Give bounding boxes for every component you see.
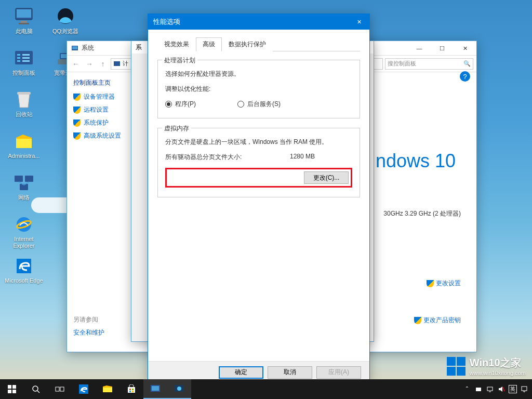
maximize-button[interactable]: ☐ <box>431 41 454 56</box>
svg-rect-30 <box>8 390 11 393</box>
watermark-text: Win10之家 <box>470 356 526 370</box>
taskbar-app-1[interactable] <box>143 379 167 399</box>
tab-visual-effects[interactable]: 视觉效果 <box>157 37 196 51</box>
desktop-icon-recycle-bin[interactable]: 回收站 <box>4 87 44 128</box>
radio-icon <box>165 101 172 108</box>
icon-label: Internet Explorer <box>4 236 44 249</box>
svg-rect-29 <box>12 385 16 389</box>
svg-point-21 <box>67 11 71 15</box>
icon-label: 网络 <box>18 194 30 201</box>
svg-rect-8 <box>22 54 30 56</box>
windows10-logo: ndows 10 <box>376 150 456 172</box>
vmem-size-value: 1280 MB <box>290 153 352 162</box>
windows-logo-icon <box>447 357 466 376</box>
radio-background-services[interactable]: 后台服务(S) <box>237 100 281 109</box>
back-button[interactable]: ← <box>70 58 82 70</box>
icon-label: 此电脑 <box>16 28 33 35</box>
sidebar-link-device-manager[interactable]: 设备管理器 <box>73 92 139 101</box>
up-button[interactable]: ↑ <box>97 58 109 70</box>
optimize-label: 调整以优化性能: <box>165 85 352 94</box>
icon-label: 控制面板 <box>12 70 35 76</box>
svg-line-33 <box>37 391 39 393</box>
svg-rect-7 <box>17 60 20 62</box>
svg-rect-47 <box>476 388 481 391</box>
close-button[interactable]: ✕ <box>454 41 476 56</box>
tray-network-icon[interactable] <box>484 379 496 399</box>
perf-tabs: 视觉效果 高级 数据执行保护 <box>157 37 360 51</box>
start-button[interactable] <box>0 379 24 399</box>
cpu-info: 30GHz 3.29 GHz (2 处理器) <box>383 209 461 218</box>
taskbar-store[interactable] <box>119 379 143 399</box>
svg-rect-9 <box>22 57 30 59</box>
sidebar-link-advanced[interactable]: 高级系统设置 <box>73 131 139 140</box>
svg-rect-13 <box>25 176 33 182</box>
shield-icon <box>427 280 434 287</box>
change-product-key-link[interactable]: 更改产品密钥 <box>414 316 461 325</box>
see-also-heading: 另请参阅 <box>73 315 104 324</box>
shield-icon <box>414 317 421 324</box>
cancel-button[interactable]: 取消 <box>268 366 312 379</box>
task-view-button[interactable] <box>48 379 72 399</box>
desktop-icon-administrator[interactable]: Administra... <box>4 129 44 169</box>
shield-icon <box>73 107 81 114</box>
desktop-icon-qq-browser[interactable]: QQ浏览器 <box>46 4 85 45</box>
system-title-text: 系统 <box>82 44 94 52</box>
change-button[interactable]: 更改(C)... <box>304 171 349 184</box>
props-title-text: 系 <box>136 43 142 52</box>
search-input[interactable]: 搜控制面板 🔍 <box>385 58 473 70</box>
performance-options-window: 性能选项 ✕ 视觉效果 高级 数据执行保护 处理器计划 选择如何分配处理器资源。… <box>148 14 370 383</box>
tray-notifications-icon[interactable] <box>518 379 530 399</box>
sidebar-link-remote[interactable]: 远程设置 <box>73 105 139 114</box>
sidebar-link-protection[interactable]: 系统保护 <box>73 118 139 127</box>
minimize-button[interactable]: — <box>408 41 431 56</box>
svg-rect-10 <box>22 60 30 62</box>
desktop-icon-network[interactable]: 网络 <box>4 170 44 211</box>
icon-label: 回收站 <box>16 111 33 118</box>
system-tray: ˆ 英 <box>461 379 532 399</box>
svg-rect-34 <box>56 387 59 391</box>
vmem-desc: 分页文件是硬盘上的一块区域，Windows 当作 RAM 使用。 <box>165 138 352 147</box>
desktop-icon-control-panel[interactable]: 控制面板 <box>4 46 44 86</box>
vmem-size-label: 所有驱动器总分页文件大小: <box>165 153 290 162</box>
forward-button[interactable]: → <box>84 58 95 70</box>
desktop-icon-this-pc[interactable]: 此电脑 <box>4 4 44 45</box>
taskbar-explorer[interactable] <box>96 379 119 399</box>
tray-icon-1[interactable] <box>473 379 484 399</box>
ok-button[interactable]: 确定 <box>219 366 263 379</box>
desktop-icon-ie[interactable]: Internet Explorer <box>4 212 44 252</box>
shield-icon <box>73 94 81 101</box>
perf-titlebar[interactable]: 性能选项 ✕ <box>148 14 369 30</box>
svg-rect-12 <box>15 176 23 182</box>
see-also-link[interactable]: 安全和维护 <box>73 328 104 337</box>
svg-rect-44 <box>152 386 159 391</box>
svg-rect-28 <box>8 385 11 389</box>
watermark-url: www.win10xitong.com <box>470 370 526 376</box>
icon-label: Administra... <box>8 153 39 159</box>
svg-rect-39 <box>129 389 131 390</box>
sidebar-heading: 控制面板主页 <box>73 78 139 87</box>
search-button[interactable] <box>24 379 48 399</box>
icon-label: QQ浏览器 <box>52 28 78 35</box>
apply-button[interactable]: 应用(A) <box>316 366 361 379</box>
tray-ime-icon[interactable]: 英 <box>509 385 517 393</box>
change-button-highlight: 更改(C)... <box>165 168 352 188</box>
close-button[interactable]: ✕ <box>349 14 369 30</box>
svg-rect-3 <box>19 23 29 24</box>
desktop-icon-edge[interactable]: Microsoft Edge <box>4 254 44 294</box>
processor-scheduling-group: 处理器计划 选择如何分配处理器资源。 调整以优化性能: 程序(P) 后台服务(S… <box>157 60 360 118</box>
tab-advanced[interactable]: 高级 <box>196 37 222 51</box>
svg-rect-51 <box>522 387 527 391</box>
svg-rect-1 <box>17 9 31 18</box>
change-settings-link[interactable]: 更改设置 <box>427 279 461 288</box>
group-title: 虚拟内存 <box>162 124 191 133</box>
tray-chevron-up-icon[interactable]: ˆ <box>461 379 473 399</box>
radio-programs[interactable]: 程序(P) <box>165 100 196 109</box>
svg-rect-5 <box>17 54 20 56</box>
taskbar-edge[interactable] <box>72 379 96 399</box>
tab-dep[interactable]: 数据执行保护 <box>222 37 273 51</box>
shield-icon <box>73 132 81 140</box>
tray-volume-icon[interactable] <box>496 379 507 399</box>
svg-rect-40 <box>132 389 134 390</box>
taskbar-app-2[interactable] <box>167 379 191 399</box>
shield-icon <box>73 119 81 127</box>
